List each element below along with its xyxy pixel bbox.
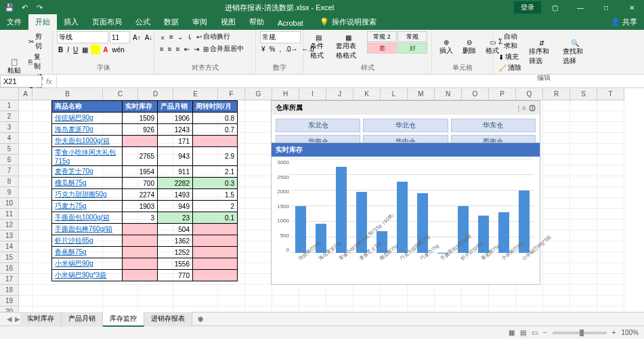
- row-header[interactable]: 14: [0, 241, 19, 252]
- sales-cell[interactable]: 949: [158, 201, 193, 212]
- stock-cell[interactable]: 2765: [123, 147, 158, 166]
- product-name[interactable]: 香蕉酥75g: [52, 247, 123, 258]
- slicer-item[interactable]: 东北仓: [276, 119, 360, 132]
- sales-cell[interactable]: 1362: [158, 235, 193, 247]
- redo-icon[interactable]: ↷: [34, 2, 45, 13]
- product-name[interactable]: 巧麦力75g: [52, 201, 123, 212]
- font-color-button[interactable]: A: [102, 45, 109, 54]
- undo-icon[interactable]: ↶: [19, 2, 30, 13]
- stock-cell[interactable]: 1509: [123, 113, 158, 124]
- merge-button[interactable]: ⊞ 合并后居中: [202, 43, 245, 54]
- sales-cell[interactable]: 171: [158, 136, 193, 147]
- new-sheet-button[interactable]: ⊕: [192, 315, 209, 323]
- cond-format-button[interactable]: ▤条件格式: [307, 31, 330, 63]
- sheet-next-icon[interactable]: ▶: [15, 315, 20, 323]
- autosum-button[interactable]: Σ 自动求和: [497, 31, 523, 52]
- tab-review[interactable]: 审阅: [186, 14, 214, 30]
- sales-cell[interactable]: 23: [158, 212, 193, 224]
- find-select-button[interactable]: 🔍查找和选择: [560, 31, 591, 73]
- turnover-cell[interactable]: [193, 235, 238, 247]
- col-header[interactable]: Q: [516, 88, 543, 100]
- turnover-cell[interactable]: [193, 136, 238, 147]
- turnover-cell[interactable]: [193, 247, 238, 258]
- sheet-tab[interactable]: 产品月销: [62, 312, 103, 327]
- style-good[interactable]: 好: [398, 43, 427, 54]
- row-header[interactable]: 7: [0, 165, 19, 176]
- row-header[interactable]: 17: [0, 274, 19, 285]
- col-header[interactable]: T: [597, 88, 624, 100]
- multiselect-icon[interactable]: ⋮≡: [515, 104, 526, 112]
- login-button[interactable]: 登录: [514, 1, 541, 14]
- col-header[interactable]: M: [408, 88, 435, 100]
- save-icon[interactable]: 💾: [4, 2, 15, 13]
- product-name[interactable]: 小米锅巴90g: [52, 258, 123, 270]
- ribbon-options-icon[interactable]: ▢: [542, 0, 567, 15]
- turnover-cell[interactable]: 0.7: [193, 124, 238, 136]
- row-header[interactable]: 4: [0, 133, 19, 144]
- col-header[interactable]: A: [19, 88, 33, 100]
- wrap-button[interactable]: ↩ 自动换行: [195, 31, 232, 42]
- tab-data[interactable]: 数据: [157, 14, 186, 30]
- col-header[interactable]: L: [381, 88, 408, 100]
- turnover-cell[interactable]: 2: [193, 201, 238, 212]
- delete-cells-button[interactable]: ⊖删除: [459, 31, 479, 63]
- turnover-cell[interactable]: 0.3: [193, 178, 238, 189]
- col-header[interactable]: S: [570, 88, 597, 100]
- stock-cell[interactable]: 700: [123, 178, 158, 189]
- turnover-cell[interactable]: 2.9: [193, 147, 238, 166]
- stock-cell[interactable]: 2274: [123, 189, 158, 201]
- turnover-cell[interactable]: 2.1: [193, 166, 238, 178]
- clear-filter-icon[interactable]: ⏼: [529, 104, 536, 112]
- zoom-out-icon[interactable]: −: [543, 329, 547, 336]
- align-bot-icon[interactable]: ⌄: [176, 31, 184, 42]
- row-header[interactable]: 18: [0, 285, 19, 296]
- sort-filter-button[interactable]: ⇵排序和筛选: [526, 31, 557, 73]
- comma-icon[interactable]: ,: [278, 45, 282, 54]
- stock-cell[interactable]: 3: [123, 212, 158, 224]
- underline-button[interactable]: U: [72, 45, 79, 54]
- align-right-icon[interactable]: ≡: [175, 43, 181, 54]
- slicer-item[interactable]: 华东仓: [451, 119, 536, 132]
- col-header[interactable]: G: [245, 88, 272, 100]
- fill-color-button[interactable]: [91, 45, 100, 54]
- col-header[interactable]: B: [33, 88, 103, 100]
- product-name[interactable]: 小米锅巴90g*3袋: [52, 270, 123, 281]
- align-top-icon[interactable]: ⌅: [158, 31, 167, 42]
- stock-cell[interactable]: 926: [123, 124, 158, 136]
- currency-icon[interactable]: ¥: [260, 45, 267, 54]
- col-header[interactable]: D: [138, 88, 173, 100]
- font-size-select[interactable]: [110, 31, 130, 43]
- row-header[interactable]: 16: [0, 263, 19, 274]
- sheet-tab[interactable]: 实时库存: [20, 312, 62, 327]
- percent-icon[interactable]: %: [268, 45, 277, 54]
- row-header[interactable]: 9: [0, 187, 19, 198]
- align-mid-icon[interactable]: ≡: [168, 31, 175, 42]
- sales-cell[interactable]: 1556: [158, 258, 193, 270]
- share-button[interactable]: 👤 共享: [604, 14, 644, 30]
- fill-button[interactable]: ⬇ 填充: [497, 52, 523, 62]
- fx-icon[interactable]: fx: [42, 77, 56, 85]
- sales-cell[interactable]: 911: [158, 166, 193, 178]
- view-normal-icon[interactable]: ▦: [509, 329, 515, 336]
- product-name[interactable]: 海岛麦派70g: [52, 124, 123, 136]
- turnover-cell[interactable]: 0.1: [193, 212, 238, 224]
- sales-cell[interactable]: 504: [158, 224, 193, 235]
- col-header[interactable]: F: [218, 88, 245, 100]
- product-name[interactable]: 手撕面包棒760g/箱: [52, 224, 123, 235]
- col-header[interactable]: C: [103, 88, 138, 100]
- stock-cell[interactable]: [123, 224, 158, 235]
- col-header[interactable]: K: [353, 88, 381, 100]
- cell-styles-gallery[interactable]: 常规 2 常规 差 好: [367, 31, 427, 63]
- sales-cell[interactable]: 1243: [158, 124, 193, 136]
- tab-insert[interactable]: 插入: [57, 14, 85, 30]
- turnover-cell[interactable]: 1.5: [193, 189, 238, 201]
- row-header[interactable]: 8: [0, 176, 19, 187]
- cut-button[interactable]: ✂剪切: [27, 31, 48, 52]
- slicer-item[interactable]: 华北仓: [363, 119, 448, 132]
- grow-font-icon[interactable]: A↑: [131, 31, 142, 43]
- product-name[interactable]: 榴瓜酥75g: [52, 178, 123, 189]
- col-header[interactable]: J: [326, 88, 353, 100]
- minimize-icon[interactable]: —: [568, 0, 593, 15]
- tab-acrobat[interactable]: Acrobat: [271, 16, 310, 30]
- col-header[interactable]: E: [173, 88, 218, 100]
